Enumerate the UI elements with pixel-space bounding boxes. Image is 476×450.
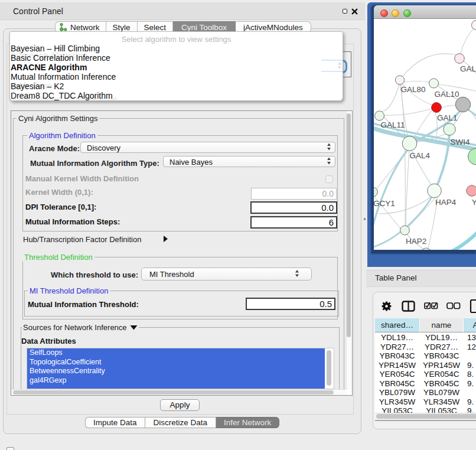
svg-text:SWI4: SWI4 — [451, 138, 470, 146]
svg-text:GAL4: GAL4 — [410, 151, 431, 160]
svg-text:HAP2: HAP2 — [406, 237, 426, 246]
svg-text:GCY1: GCY1 — [374, 199, 395, 208]
svg-text:GAL7: GAL7 — [460, 64, 476, 73]
svg-text:GAL10: GAL10 — [435, 90, 459, 99]
svg-text:HAP4: HAP4 — [435, 198, 457, 207]
svg-text:GAL1: GAL1 — [437, 113, 458, 122]
svg-text:Y: Y — [472, 198, 476, 207]
svg-text:GAL11: GAL11 — [381, 120, 405, 129]
svg-text:GAL80: GAL80 — [401, 85, 426, 94]
